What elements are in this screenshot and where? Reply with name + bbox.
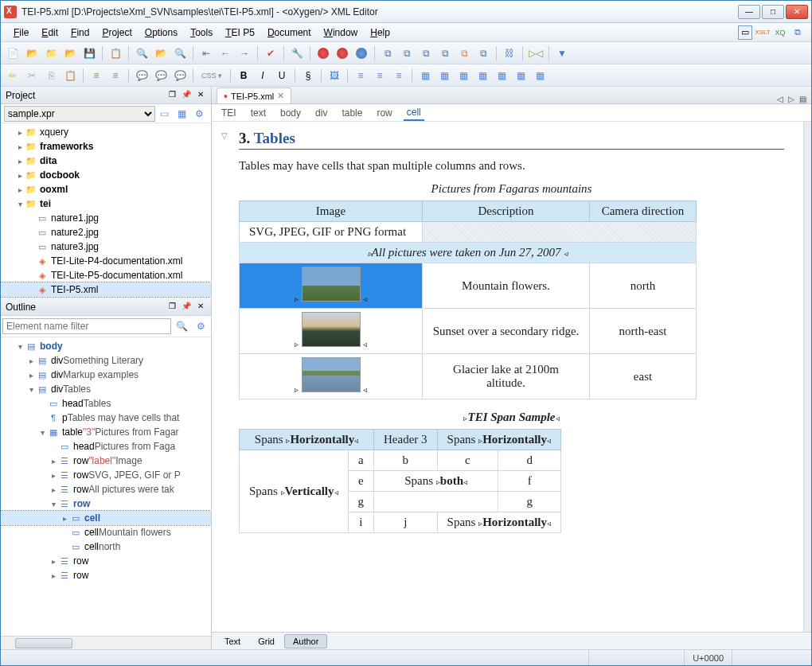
xq-icon[interactable]: XQ — [773, 25, 787, 40]
minimize-button[interactable]: — — [738, 5, 760, 19]
col-camera-dir[interactable]: Camera direction — [590, 201, 697, 222]
menu-edit[interactable]: Edit — [35, 25, 64, 41]
table-row-del-icon[interactable]: ▦ — [455, 67, 472, 84]
outline-item[interactable]: ▭head Pictures from Faga — [1, 439, 211, 454]
project-item[interactable]: ◈TEI-Lite-P5-documentation.xml — [1, 268, 211, 282]
project-item[interactable]: ▸📁docbook — [1, 168, 211, 182]
merge-icon[interactable]: ⧉ — [417, 45, 435, 62]
outline-item[interactable]: ▭cell north — [1, 539, 211, 554]
run-icon[interactable] — [314, 45, 332, 62]
italic-icon[interactable]: I — [254, 67, 271, 84]
run-opts-icon[interactable] — [334, 45, 351, 62]
project-item[interactable]: ▸📁xquery — [1, 125, 211, 139]
tab-list-icon[interactable]: ▤ — [799, 95, 806, 103]
highlight-icon[interactable]: ✏ — [4, 67, 21, 84]
cut-icon[interactable]: ✂ — [23, 67, 41, 84]
menu-document[interactable]: Document — [261, 25, 318, 41]
panel-close-icon[interactable]: ✕ — [195, 90, 206, 101]
nav-first-icon[interactable]: ⇤ — [197, 45, 215, 62]
project-item[interactable]: ◈TEI-Lite-P4-documentation.xml — [1, 254, 211, 268]
filter-icon[interactable]: ▼ — [553, 45, 571, 62]
list-item-icon[interactable]: ≡ — [390, 67, 408, 84]
project-item[interactable]: ▭nature3.jpg — [1, 240, 211, 254]
diff-icon[interactable]: ⧉ — [379, 45, 396, 62]
image-cell[interactable]: ▹ ◃ — [240, 263, 423, 309]
outline-tree[interactable]: ▾▤body▸▤div Something Literary▸▤div Mark… — [1, 337, 211, 636]
outline-item[interactable]: ▾▦table "3" Pictures from Fagar — [1, 425, 211, 439]
underline-icon[interactable]: U — [273, 67, 291, 84]
css-select[interactable]: CSS ▾ — [197, 67, 226, 84]
menu-window[interactable]: Window — [318, 25, 365, 41]
breadcrumb-table[interactable]: table — [338, 106, 365, 120]
bold-icon[interactable]: B — [235, 67, 252, 84]
new-file-icon[interactable]: 📄 — [4, 45, 21, 62]
copy-icon[interactable]: ⎘ — [42, 67, 60, 84]
maximize-button[interactable]: □ — [762, 5, 784, 19]
open-recent-icon[interactable]: 📂 — [61, 45, 79, 62]
outline-item[interactable]: ▸▤div Markup examples — [1, 368, 211, 382]
collapse-marker-icon[interactable]: ▽ — [221, 131, 228, 140]
mode-tab-grid[interactable]: Grid — [250, 635, 283, 648]
debug-icon[interactable] — [353, 45, 370, 62]
note-cell[interactable]: ▹All pictures were taken on Jun 27, 2007… — [240, 243, 697, 263]
breadcrumb-row[interactable]: row — [373, 106, 395, 120]
proj-btn2-icon[interactable]: ▦ — [173, 105, 190, 123]
editor-vscrollbar[interactable] — [803, 122, 811, 632]
link-icon[interactable]: ⛓ — [501, 45, 518, 62]
open-folder-icon[interactable]: 📂 — [23, 45, 41, 62]
author-editor[interactable]: ▽ 3. Tables Tables may have cells that s… — [212, 122, 803, 632]
project-item[interactable]: ▭nature2.jpg — [1, 225, 211, 240]
outline-item[interactable]: ▾▤div Tables — [1, 382, 211, 396]
tab-close-icon[interactable]: ✕ — [277, 91, 284, 101]
outline-item[interactable]: ▭head Tables — [1, 396, 211, 411]
mode-tab-author[interactable]: Author — [284, 634, 327, 648]
restore-icon[interactable]: ❐ — [166, 90, 178, 101]
dir-cell[interactable]: north — [590, 263, 697, 309]
menu-help[interactable]: Help — [364, 25, 396, 41]
menu-find[interactable]: Find — [64, 25, 96, 41]
project-item[interactable]: ▭nature1.jpg — [1, 211, 211, 225]
outline-close-icon[interactable]: ✕ — [195, 302, 206, 313]
outline-item[interactable]: ▸▭cell — [1, 511, 211, 525]
save-icon[interactable]: 💾 — [80, 45, 98, 62]
nav-fwd-icon[interactable]: → — [236, 45, 253, 62]
menu-options[interactable]: Options — [139, 25, 184, 41]
desc-cell[interactable]: Mountain flowers. — [423, 263, 590, 309]
validate-icon[interactable]: 📋 — [107, 45, 124, 62]
span-h2[interactable]: Header 3 — [374, 430, 438, 450]
hatched-cell[interactable] — [423, 222, 697, 243]
menu-file[interactable]: File — [7, 25, 35, 41]
breadcrumb[interactable]: TEItextbodydivtablerowcell — [212, 104, 811, 122]
outline-item[interactable]: ▾▤body — [1, 339, 211, 353]
wrench-icon[interactable]: 🔧 — [288, 45, 306, 62]
col-image[interactable]: Image — [240, 201, 423, 222]
project-tree[interactable]: ▸📁xquery▸📁frameworks▸📁dita▸📁docbook▸📁oox… — [1, 123, 211, 298]
list-num-icon[interactable]: ≡ — [352, 67, 369, 84]
indent-icon[interactable]: ≡ — [88, 67, 105, 84]
outline-pin-icon[interactable]: 📌 — [181, 302, 192, 313]
tool4-icon[interactable]: ⧉ — [436, 45, 454, 62]
desc-cell[interactable]: Glacier lake at 2100m altitude. — [423, 354, 590, 399]
breadcrumb-text[interactable]: text — [248, 106, 269, 120]
dir-cell[interactable]: north-east — [590, 309, 697, 354]
dir-cell[interactable]: east — [590, 354, 697, 399]
outline-item[interactable]: ▾☰row — [1, 497, 211, 511]
outline-item[interactable]: ▸▤div Something Literary — [1, 353, 211, 368]
outdent-icon[interactable]: ≡ — [107, 67, 124, 84]
search-icon[interactable]: 🔍 — [133, 45, 150, 62]
tool6-icon[interactable]: ⧉ — [474, 45, 492, 62]
outline-item[interactable]: ▭cell Mountain flowers — [1, 525, 211, 539]
outline-item[interactable]: ▸☰row All pictures were tak — [1, 482, 211, 497]
project-select[interactable]: sample.xpr — [4, 106, 155, 122]
project-item[interactable]: ▸📁dita — [1, 154, 211, 168]
table-col-ins-icon[interactable]: ▦ — [474, 67, 491, 84]
open-url-icon[interactable]: 📁 — [42, 45, 60, 62]
table-props-icon[interactable]: ▦ — [531, 67, 548, 84]
outline-hscrollbar[interactable] — [1, 636, 211, 649]
breadcrumb-TEI[interactable]: TEI — [218, 106, 240, 120]
close-button[interactable]: ✕ — [786, 5, 808, 19]
nav-back-icon[interactable]: ← — [217, 45, 234, 62]
check-wf-icon[interactable]: ✔ — [262, 45, 279, 62]
tab-next-icon[interactable]: ▷ — [788, 95, 794, 103]
image-cell[interactable]: ▹ ◃ — [240, 309, 423, 354]
